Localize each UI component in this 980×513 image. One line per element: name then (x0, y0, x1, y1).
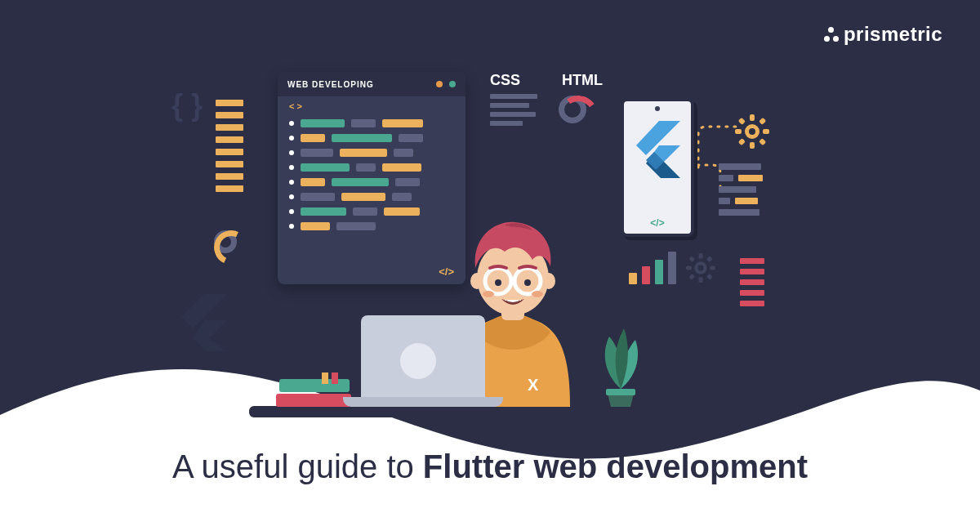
laptop-base (343, 397, 503, 407)
code-editor-title: WEB DEVELOPING (287, 80, 430, 89)
html-label: HTML (562, 72, 603, 89)
logo-mark-icon (824, 27, 839, 42)
code-snippet-decoration (719, 163, 763, 216)
svg-point-9 (749, 128, 755, 135)
phone-mockup: </> (621, 98, 694, 237)
svg-rect-15 (688, 256, 695, 262)
window-dot-icon (436, 81, 443, 87)
svg-rect-5 (738, 118, 746, 125)
right-bars-decoration (740, 258, 764, 306)
svg-point-31 (532, 291, 543, 297)
tagline-prefix: A useful guide to (172, 448, 423, 484)
svg-rect-20 (606, 389, 635, 395)
svg-rect-8 (759, 138, 766, 145)
brand-logo: prismetric (824, 23, 942, 46)
laptop-back (361, 315, 485, 397)
page-title: A useful guide to Flutter web developmen… (0, 448, 980, 485)
window-dot-icon (449, 81, 456, 87)
progress-ring-icon (559, 96, 586, 123)
desk (249, 406, 739, 417)
gear-icon (686, 253, 715, 283)
svg-point-29 (524, 279, 531, 286)
svg-rect-12 (698, 277, 702, 283)
css-lines-icon (490, 94, 537, 126)
svg-rect-16 (706, 256, 713, 262)
svg-rect-17 (688, 274, 695, 280)
code-editor-titlebar: WEB DEVELOPING (278, 72, 466, 96)
flutter-ghost-icon (178, 294, 227, 351)
tagline-bold: Flutter web development (423, 448, 808, 484)
css-label-block: CSS (490, 72, 537, 126)
svg-point-24 (542, 273, 555, 289)
code-open-tag: < > (278, 96, 466, 116)
laptop (361, 315, 503, 407)
svg-rect-14 (710, 265, 715, 270)
svg-point-28 (495, 279, 501, 286)
shirt-mark: X (528, 376, 539, 394)
bar-chart-icon (629, 252, 676, 284)
svg-rect-1 (750, 114, 755, 121)
svg-rect-18 (706, 274, 713, 280)
left-bars-decoration (216, 100, 243, 192)
svg-rect-11 (698, 253, 702, 259)
braces-decoration-icon: { } (172, 88, 203, 123)
flutter-logo-icon (635, 121, 680, 178)
phone-camera-icon (655, 106, 660, 111)
svg-rect-13 (686, 265, 692, 270)
svg-rect-7 (738, 138, 746, 145)
svg-rect-3 (735, 129, 742, 134)
phone-footer-tag: </> (650, 217, 664, 229)
svg-rect-4 (763, 129, 769, 134)
gear-icon (735, 114, 769, 149)
donut-chart-icon (214, 230, 237, 253)
css-label: CSS (490, 72, 537, 89)
books (279, 379, 351, 407)
brand-name: prismetric (844, 23, 942, 46)
svg-rect-2 (750, 142, 755, 149)
svg-rect-6 (759, 118, 766, 125)
svg-point-23 (470, 273, 483, 289)
svg-point-19 (698, 265, 704, 271)
svg-point-30 (483, 291, 494, 297)
html-label-block: HTML (559, 72, 603, 123)
